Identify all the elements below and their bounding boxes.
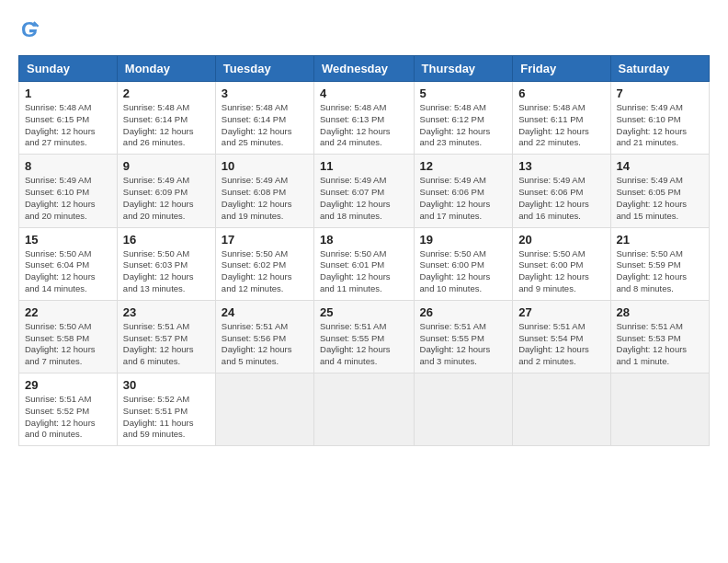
calendar-cell: 28Sunrise: 5:51 AM Sunset: 5:53 PM Dayli… <box>610 300 709 373</box>
day-info: Sunrise: 5:49 AM Sunset: 6:07 PM Dayligh… <box>320 175 408 222</box>
day-number: 21 <box>617 233 703 247</box>
calendar-cell: 9Sunrise: 5:49 AM Sunset: 6:09 PM Daylig… <box>117 155 215 227</box>
day-info: Sunrise: 5:48 AM Sunset: 6:14 PM Dayligh… <box>222 102 308 149</box>
calendar-cell: 21Sunrise: 5:50 AM Sunset: 5:59 PM Dayli… <box>610 227 709 300</box>
day-number: 18 <box>320 233 408 247</box>
day-number: 24 <box>222 305 308 319</box>
day-number: 8 <box>25 159 111 173</box>
calendar-cell <box>215 373 313 446</box>
day-info: Sunrise: 5:49 AM Sunset: 6:05 PM Dayligh… <box>617 175 703 222</box>
day-number: 6 <box>518 86 604 100</box>
calendar-cell <box>610 373 709 446</box>
day-number: 5 <box>420 86 507 100</box>
calendar-cell: 23Sunrise: 5:51 AM Sunset: 5:57 PM Dayli… <box>117 300 215 373</box>
calendar-cell: 24Sunrise: 5:51 AM Sunset: 5:56 PM Dayli… <box>215 300 313 373</box>
day-number: 11 <box>320 159 408 173</box>
calendar-cell: 22Sunrise: 5:50 AM Sunset: 5:58 PM Dayli… <box>19 300 118 373</box>
logo-icon <box>18 18 40 40</box>
day-number: 16 <box>123 233 210 247</box>
day-info: Sunrise: 5:50 AM Sunset: 6:04 PM Dayligh… <box>25 248 111 295</box>
day-info: Sunrise: 5:48 AM Sunset: 6:11 PM Dayligh… <box>518 102 604 149</box>
calendar-cell: 19Sunrise: 5:50 AM Sunset: 6:00 PM Dayli… <box>414 227 513 300</box>
day-number: 25 <box>320 305 408 319</box>
day-number: 13 <box>518 159 604 173</box>
day-number: 2 <box>123 86 210 100</box>
day-info: Sunrise: 5:48 AM Sunset: 6:13 PM Dayligh… <box>320 102 408 149</box>
calendar-cell: 4Sunrise: 5:48 AM Sunset: 6:13 PM Daylig… <box>314 82 415 155</box>
day-info: Sunrise: 5:52 AM Sunset: 5:51 PM Dayligh… <box>123 394 210 441</box>
day-number: 27 <box>518 305 604 319</box>
calendar-week-4: 22Sunrise: 5:50 AM Sunset: 5:58 PM Dayli… <box>19 300 710 373</box>
calendar-week-2: 8Sunrise: 5:49 AM Sunset: 6:10 PM Daylig… <box>19 155 710 227</box>
day-info: Sunrise: 5:49 AM Sunset: 6:09 PM Dayligh… <box>123 175 210 222</box>
day-info: Sunrise: 5:50 AM Sunset: 6:03 PM Dayligh… <box>123 248 210 295</box>
logo <box>18 18 44 40</box>
calendar-week-5: 29Sunrise: 5:51 AM Sunset: 5:52 PM Dayli… <box>19 373 710 446</box>
day-number: 26 <box>420 305 507 319</box>
day-info: Sunrise: 5:51 AM Sunset: 5:57 PM Dayligh… <box>123 321 210 368</box>
calendar-week-1: 1Sunrise: 5:48 AM Sunset: 6:15 PM Daylig… <box>19 82 710 155</box>
column-header-saturday: Saturday <box>610 56 709 82</box>
calendar-cell: 20Sunrise: 5:50 AM Sunset: 6:00 PM Dayli… <box>513 227 610 300</box>
day-number: 14 <box>617 159 703 173</box>
day-number: 23 <box>123 305 210 319</box>
calendar-cell: 29Sunrise: 5:51 AM Sunset: 5:52 PM Dayli… <box>19 373 118 446</box>
calendar-cell: 13Sunrise: 5:49 AM Sunset: 6:06 PM Dayli… <box>513 155 610 227</box>
day-info: Sunrise: 5:49 AM Sunset: 6:10 PM Dayligh… <box>617 102 703 149</box>
calendar-cell: 5Sunrise: 5:48 AM Sunset: 6:12 PM Daylig… <box>414 82 513 155</box>
calendar-header-row: SundayMondayTuesdayWednesdayThursdayFrid… <box>19 56 710 82</box>
page-header <box>18 18 710 40</box>
day-number: 19 <box>420 233 507 247</box>
day-info: Sunrise: 5:50 AM Sunset: 5:59 PM Dayligh… <box>617 248 703 295</box>
day-info: Sunrise: 5:51 AM Sunset: 5:52 PM Dayligh… <box>25 394 111 441</box>
column-header-monday: Monday <box>117 56 215 82</box>
day-info: Sunrise: 5:51 AM Sunset: 5:53 PM Dayligh… <box>617 321 703 368</box>
calendar-cell: 7Sunrise: 5:49 AM Sunset: 6:10 PM Daylig… <box>610 82 709 155</box>
day-info: Sunrise: 5:49 AM Sunset: 6:06 PM Dayligh… <box>518 175 604 222</box>
day-info: Sunrise: 5:48 AM Sunset: 6:15 PM Dayligh… <box>25 102 111 149</box>
day-info: Sunrise: 5:50 AM Sunset: 6:01 PM Dayligh… <box>320 248 408 295</box>
calendar-cell: 25Sunrise: 5:51 AM Sunset: 5:55 PM Dayli… <box>314 300 415 373</box>
day-info: Sunrise: 5:50 AM Sunset: 6:02 PM Dayligh… <box>222 248 308 295</box>
day-number: 4 <box>320 86 408 100</box>
day-info: Sunrise: 5:51 AM Sunset: 5:54 PM Dayligh… <box>518 321 604 368</box>
day-number: 30 <box>123 378 210 392</box>
calendar-cell: 30Sunrise: 5:52 AM Sunset: 5:51 PM Dayli… <box>117 373 215 446</box>
day-info: Sunrise: 5:50 AM Sunset: 6:00 PM Dayligh… <box>518 248 604 295</box>
column-header-sunday: Sunday <box>19 56 118 82</box>
day-number: 1 <box>25 86 111 100</box>
day-number: 9 <box>123 159 210 173</box>
calendar-cell: 27Sunrise: 5:51 AM Sunset: 5:54 PM Dayli… <box>513 300 610 373</box>
day-number: 20 <box>518 233 604 247</box>
calendar-cell: 10Sunrise: 5:49 AM Sunset: 6:08 PM Dayli… <box>215 155 313 227</box>
calendar-cell: 3Sunrise: 5:48 AM Sunset: 6:14 PM Daylig… <box>215 82 313 155</box>
calendar-cell: 14Sunrise: 5:49 AM Sunset: 6:05 PM Dayli… <box>610 155 709 227</box>
calendar-cell: 16Sunrise: 5:50 AM Sunset: 6:03 PM Dayli… <box>117 227 215 300</box>
day-info: Sunrise: 5:48 AM Sunset: 6:14 PM Dayligh… <box>123 102 210 149</box>
column-header-tuesday: Tuesday <box>215 56 313 82</box>
day-info: Sunrise: 5:51 AM Sunset: 5:55 PM Dayligh… <box>420 321 507 368</box>
calendar-cell: 17Sunrise: 5:50 AM Sunset: 6:02 PM Dayli… <box>215 227 313 300</box>
day-info: Sunrise: 5:49 AM Sunset: 6:08 PM Dayligh… <box>222 175 308 222</box>
day-number: 12 <box>420 159 507 173</box>
calendar-cell: 26Sunrise: 5:51 AM Sunset: 5:55 PM Dayli… <box>414 300 513 373</box>
calendar-cell <box>314 373 415 446</box>
day-info: Sunrise: 5:51 AM Sunset: 5:55 PM Dayligh… <box>320 321 408 368</box>
calendar-cell: 2Sunrise: 5:48 AM Sunset: 6:14 PM Daylig… <box>117 82 215 155</box>
calendar-cell: 12Sunrise: 5:49 AM Sunset: 6:06 PM Dayli… <box>414 155 513 227</box>
day-number: 3 <box>222 86 308 100</box>
column-header-thursday: Thursday <box>414 56 513 82</box>
day-number: 15 <box>25 233 111 247</box>
day-number: 7 <box>617 86 703 100</box>
calendar-cell <box>513 373 610 446</box>
day-info: Sunrise: 5:50 AM Sunset: 6:00 PM Dayligh… <box>420 248 507 295</box>
day-info: Sunrise: 5:49 AM Sunset: 6:10 PM Dayligh… <box>25 175 111 222</box>
day-number: 29 <box>25 378 111 392</box>
calendar-cell: 8Sunrise: 5:49 AM Sunset: 6:10 PM Daylig… <box>19 155 118 227</box>
day-info: Sunrise: 5:51 AM Sunset: 5:56 PM Dayligh… <box>222 321 308 368</box>
column-header-wednesday: Wednesday <box>314 56 415 82</box>
calendar-cell: 1Sunrise: 5:48 AM Sunset: 6:15 PM Daylig… <box>19 82 118 155</box>
calendar-cell: 18Sunrise: 5:50 AM Sunset: 6:01 PM Dayli… <box>314 227 415 300</box>
day-number: 28 <box>617 305 703 319</box>
calendar-cell: 11Sunrise: 5:49 AM Sunset: 6:07 PM Dayli… <box>314 155 415 227</box>
